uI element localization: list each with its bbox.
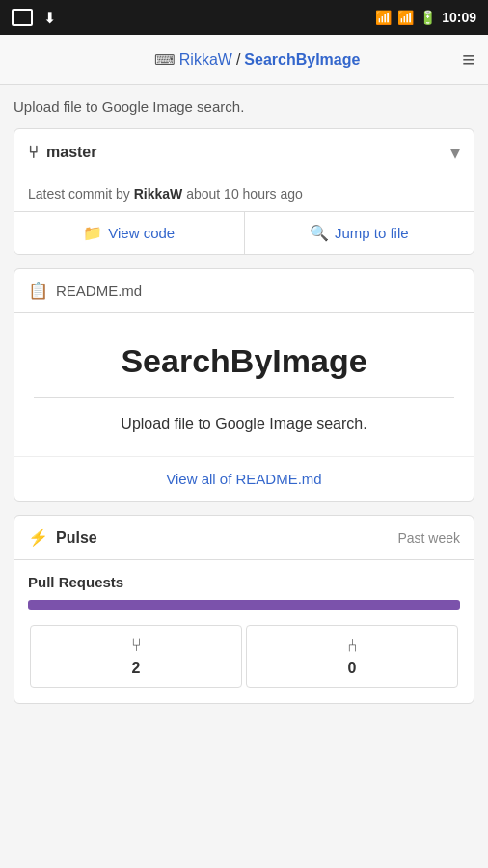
pull-requests-section: Pull Requests ⑂ 2 ⑃ 0: [14, 560, 474, 703]
pr-open-stat: ⑂ 2: [30, 625, 242, 688]
pull-requests-title: Pull Requests: [28, 574, 460, 590]
readme-divider: [34, 397, 454, 398]
pr-closed-icon: ⑃: [247, 636, 457, 656]
branch-name: master: [46, 144, 96, 161]
readme-description: Upload file to Google Image search.: [34, 416, 454, 433]
jump-to-file-button[interactable]: 🔍 Jump to file: [245, 212, 474, 254]
pr-closed-count: 0: [247, 660, 457, 677]
search-icon: 🔍: [310, 224, 329, 242]
pr-stats: ⑂ 2 ⑃ 0: [28, 623, 460, 690]
terminal-icon: ⌨: [154, 51, 176, 68]
pr-closed-stat: ⑃ 0: [246, 625, 458, 688]
status-bar-right: 📶 📶 🔋 10:09: [375, 10, 476, 25]
branch-icon: ⑂: [28, 143, 39, 163]
action-row: 📁 View code 🔍 Jump to file: [14, 212, 474, 254]
battery-icon: 🔋: [420, 10, 436, 25]
pull-requests-bar: [28, 600, 460, 610]
status-bar-left: ⬇: [12, 9, 58, 26]
hamburger-menu[interactable]: ≡: [462, 47, 474, 72]
branch-left: ⑂ master: [28, 143, 96, 163]
pulse-title: Pulse: [56, 529, 97, 547]
pulse-icon: ⚡: [28, 528, 48, 548]
commit-prefix: Latest commit by: [28, 186, 130, 202]
branch-card: ⑂ master ▾ Latest commit by RikkaW about…: [14, 128, 474, 255]
view-code-label: View code: [108, 225, 175, 241]
toolbar-title: ⌨ RikkaW / SearchByImage: [154, 51, 361, 68]
folder-icon: 📁: [83, 224, 102, 242]
readme-body: SearchByImage Upload file to Google Imag…: [14, 313, 474, 457]
pulse-period: Past week: [397, 530, 460, 546]
chevron-down-icon: ▾: [450, 141, 460, 164]
readme-filename: README.md: [56, 283, 142, 299]
pulse-header-left: ⚡ Pulse: [28, 528, 97, 548]
view-all-readme-link[interactable]: View all of README.md: [166, 471, 321, 487]
pr-open-icon: ⑂: [31, 636, 241, 656]
page-subtitle: Upload file to Google Image search.: [14, 98, 474, 115]
toolbar: ⌨ RikkaW / SearchByImage ≡: [0, 35, 488, 85]
branch-row[interactable]: ⑂ master ▾: [14, 129, 474, 176]
download-icon: ⬇: [41, 9, 58, 26]
signal-icon: 📶: [397, 10, 414, 25]
repo-name-link[interactable]: SearchByImage: [244, 51, 360, 68]
commit-suffix: about 10 hours ago: [186, 186, 303, 202]
page-content: Upload file to Google Image search. ⑂ ma…: [0, 85, 488, 704]
image-icon: [12, 9, 33, 26]
time-display: 10:09: [442, 10, 476, 25]
pulse-card: ⚡ Pulse Past week Pull Requests ⑂ 2 ⑃ 0: [14, 515, 474, 704]
commit-row: Latest commit by RikkaW about 10 hours a…: [14, 176, 474, 212]
repo-owner-link[interactable]: RikkaW: [179, 51, 232, 68]
readme-title: SearchByImage: [34, 342, 454, 380]
readme-card: 📋 README.md SearchByImage Upload file to…: [14, 268, 474, 502]
view-code-button[interactable]: 📁 View code: [14, 212, 245, 254]
readme-icon: 📋: [28, 281, 48, 301]
separator: /: [236, 51, 240, 68]
wifi-icon: 📶: [375, 10, 392, 25]
readme-footer[interactable]: View all of README.md: [14, 457, 474, 501]
readme-header: 📋 README.md: [14, 269, 474, 313]
commit-author: RikkaW: [134, 186, 183, 202]
status-bar: ⬇ 📶 📶 🔋 10:09: [0, 0, 488, 35]
pulse-header: ⚡ Pulse Past week: [14, 516, 474, 560]
jump-to-file-label: Jump to file: [335, 225, 409, 241]
pr-open-count: 2: [31, 660, 241, 677]
